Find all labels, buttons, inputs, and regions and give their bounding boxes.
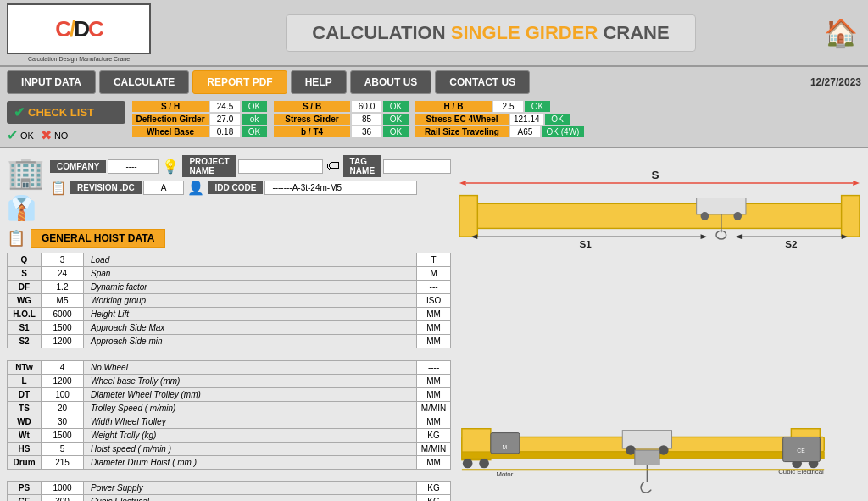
svg-text:CE: CE	[797, 448, 805, 454]
check-row-hb: H / B 2.5 OK	[415, 101, 584, 112]
svg-text:S1: S1	[579, 238, 592, 249]
table-row: WG M5 Working group ISO	[8, 294, 451, 308]
table-row: PS 1000 Power Supply KG	[8, 482, 451, 495]
table-row: H.O.L 6000 Height Lift MM	[8, 308, 451, 321]
idd-value: -------A-3t-24m-M5	[264, 181, 417, 195]
svg-rect-6	[842, 196, 860, 237]
title-text: CALCULATION	[312, 22, 450, 43]
info-fields: COMPANY ---- 💡 PROJECT NAME 🏷 TAG NAME	[50, 155, 451, 196]
date-display: 12/27/2023	[810, 76, 861, 88]
check-green-icon: ✔	[14, 104, 25, 120]
bt4-status: OK	[383, 126, 409, 137]
svg-rect-4	[466, 203, 854, 228]
table-row: L 1200 Wheel base Trolly (mm) MM	[8, 374, 451, 387]
sh-val: 24.5	[210, 101, 240, 112]
svg-text:S2: S2	[785, 238, 798, 249]
company-field: COMPANY ----	[50, 159, 159, 174]
nav-calculate[interactable]: CALCULATE	[99, 70, 189, 94]
project-icon: 💡	[162, 159, 179, 175]
table-row: TS 20 Trolley Speed ( m/min) M/MIN	[8, 401, 451, 415]
nav-report-pdf[interactable]: REPORT PDF	[192, 70, 287, 94]
hb-status: OK	[525, 101, 550, 112]
idd-icon: 👤	[187, 180, 204, 196]
tag-field: TAG NAME	[343, 155, 451, 177]
table-row: NTw 4 No.Wheel ----	[8, 360, 451, 374]
sb-val: 60.0	[352, 101, 381, 112]
no-label: NO	[54, 131, 69, 141]
navbar: INPUT DATA CALCULATE REPORT PDF HELP ABO…	[0, 67, 868, 97]
table-row: CE 300 Cubic Electrical KG	[8, 495, 451, 502]
header: C/DC Calculation Design Manufacture Cran…	[0, 0, 868, 67]
svg-point-23	[479, 459, 489, 469]
check-row-stressec: Stress EC 4Wheel 121.14 OK	[415, 114, 584, 125]
svg-text:Motor: Motor	[496, 470, 513, 478]
title-area: CALCULATION SINGLE GIRDER CRANE	[161, 14, 821, 52]
nav-help[interactable]: HELP	[291, 70, 347, 94]
hb-val: 2.5	[493, 101, 523, 112]
table-row: S2 1200 Approach Side min MM	[8, 335, 451, 348]
main-title: CALCULATION SINGLE GIRDER CRANE	[286, 14, 695, 52]
railsize-val: A65	[510, 126, 540, 137]
nav-contact-us[interactable]: CONTACT US	[435, 70, 530, 94]
project-field: PROJECT NAME	[182, 155, 322, 177]
bt4-label: b / T4	[274, 126, 350, 137]
revision-label: REVISION .DC	[70, 181, 142, 194]
svg-marker-14	[701, 234, 708, 239]
check-col-2: S / B 60.0 OK Stress Girder 85 OK b / T4…	[274, 101, 409, 137]
table-row: DT 100 Diameter Wheel Trolley (mm) MM	[8, 387, 451, 401]
defgirder-label: Deflection Girder	[132, 114, 209, 125]
title-highlight: SINGLE GIRDER	[451, 22, 598, 43]
svg-rect-31	[635, 450, 659, 465]
crane-diagram-top: S S1 S2	[458, 155, 861, 384]
stressgirder-label: Stress Girder	[274, 114, 350, 125]
svg-rect-7	[697, 198, 746, 214]
checklist-area: ✔ CHECK LIST ✔ OK ✖ NO S / H 24.5 OK Def…	[0, 97, 868, 148]
table-row: S1 1500 Approach Side Max MM	[8, 321, 451, 335]
svg-rect-33	[491, 433, 520, 454]
svg-point-8	[701, 212, 709, 220]
legend-no: ✖ NO	[41, 127, 69, 143]
svg-point-22	[463, 459, 473, 469]
checklist-box: ✔ CHECK LIST ✔ OK ✖ NO	[7, 101, 125, 143]
right-panel: S S1 S2	[458, 155, 861, 501]
ok-label: OK	[20, 131, 34, 141]
check-row-stressgirder: Stress Girder 85 OK	[274, 114, 409, 125]
stressec-val: 121.14	[510, 114, 543, 125]
title-end: CRANE	[598, 22, 669, 43]
check-row-wheelbase: Wheel Base 0.18 OK	[132, 126, 267, 137]
general-hoist-header: 📋 GENERAL HOIST DATA	[7, 229, 451, 248]
nav-input-data[interactable]: INPUT DATA	[7, 70, 96, 94]
crane-diagram-3d: M Motor PS Power Supply CE Cubic Electri…	[458, 384, 861, 501]
svg-text:S: S	[652, 169, 659, 181]
check-col-1: S / H 24.5 OK Deflection Girder 27.0 ok …	[132, 101, 267, 137]
main-content: 🏢 👔 COMPANY ---- 💡 PROJECT NAME	[0, 148, 868, 501]
home-icon[interactable]: 🏠	[821, 13, 861, 53]
table-row: Drum 215 Diameter Drum Hoist ( mm ) MM	[8, 455, 451, 469]
svg-point-9	[733, 212, 742, 220]
sb-label: S / B	[274, 101, 350, 112]
stressec-status: OK	[545, 114, 570, 125]
person-icon: 👔	[7, 194, 45, 222]
table-row: S 24 Span M	[8, 267, 451, 281]
idd-field: IDD CODE -------A-3t-24m-M5	[208, 181, 417, 195]
sb-status: OK	[383, 101, 409, 112]
check-row-defgirder: Deflection Girder 27.0 ok	[132, 114, 267, 125]
company-label: COMPANY	[50, 160, 106, 173]
table-row: WD 30 Width Wheel Trolley MM	[8, 415, 451, 428]
svg-marker-2	[853, 181, 860, 186]
info-row-1: COMPANY ---- 💡 PROJECT NAME 🏷 TAG NAME	[50, 155, 451, 177]
logo-text: C/DC	[55, 16, 103, 42]
check-row-railsize: Rail Size Traveling A65 OK (4W)	[415, 126, 584, 137]
check-col-3: H / B 2.5 OK Stress EC 4Wheel 121.14 OK …	[415, 101, 584, 137]
idd-label: IDD CODE	[208, 181, 263, 194]
nav-about-us[interactable]: ABOUT US	[350, 70, 432, 94]
revision-field: REVISION .DC A	[70, 181, 184, 195]
stressgirder-status: OK	[383, 114, 409, 125]
revision-icon: 📋	[50, 180, 67, 196]
table-row: Wt 1500 Weight Trolly (kg) KG	[8, 428, 451, 442]
stressgirder-val: 85	[352, 114, 381, 125]
defgirder-val: 27.0	[210, 114, 240, 125]
sh-label: S / H	[132, 101, 209, 112]
no-icon: ✖	[41, 127, 52, 143]
table-row: Q 3 Load T	[8, 253, 451, 267]
